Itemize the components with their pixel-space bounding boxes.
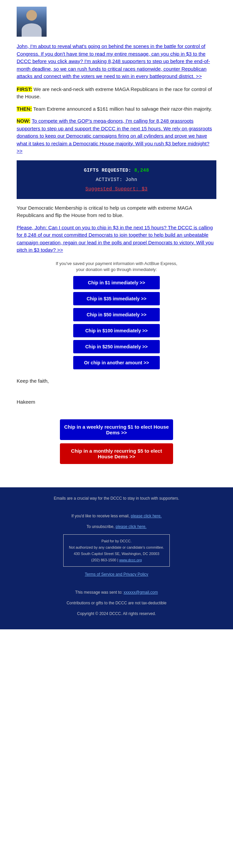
outro: Keep the faith, Hakeem bbox=[16, 377, 217, 406]
unsubscribe-link[interactable]: please click here. bbox=[115, 524, 146, 529]
paid-line1: Paid for by DCCC. bbox=[69, 538, 164, 544]
first-paragraph: FIRST: We are neck-and-neck with extreme… bbox=[16, 86, 217, 101]
keep-faith: Keep the faith, bbox=[16, 377, 217, 385]
recurring-monthly-button[interactable]: Chip in a monthly recurring $5 to elect … bbox=[60, 443, 173, 464]
suggested-support-link[interactable]: Suggested Support: $3 bbox=[86, 186, 148, 192]
dccc-website-link[interactable]: www.dccc.org bbox=[119, 558, 142, 562]
chip-50-button[interactable]: Chip in $50 immediately >> bbox=[73, 308, 160, 321]
footer-line1: Emails are a crucial way for the DCCC to… bbox=[13, 495, 220, 501]
suggested-row: Suggested Support: $3 bbox=[23, 184, 210, 194]
first-text: We are neck-and-neck with extreme MAGA R… bbox=[16, 86, 212, 100]
paid-line3: 430 South Capitol Street SE, Washington,… bbox=[69, 551, 164, 557]
activist-label: ACTIVIST: bbox=[96, 177, 123, 182]
footer-unsub: To unsubscribe, please click here. bbox=[13, 524, 220, 530]
gifts-row: GIFTS REQUESTED: 8,248 bbox=[23, 166, 210, 175]
footer-less-email: If you'd like to receive less email, ple… bbox=[13, 513, 220, 519]
actblue-note: If you've saved your payment information… bbox=[16, 261, 217, 273]
contributions-note: Contributions or gifts to the DCCC are n… bbox=[13, 600, 220, 606]
then-text: Team Extreme announced a $161 million ha… bbox=[32, 106, 212, 112]
sent-to-email[interactable]: xxxxxx@gmail.com bbox=[124, 590, 158, 595]
then-paragraph: THEN: Team Extreme announced a $161 mill… bbox=[16, 105, 217, 113]
tos-link[interactable]: Terms of Service and Privacy Policy bbox=[85, 572, 148, 577]
copyright: Copyright © 2024 DCCC. All rights reserv… bbox=[13, 611, 220, 617]
now-label: NOW: bbox=[16, 118, 30, 124]
now-link[interactable]: To compete with the GOP's mega-donors, I… bbox=[16, 118, 212, 154]
chip-35-button[interactable]: Chip in $35 immediately >> bbox=[73, 292, 160, 305]
activist-row: ACTIVIST: John bbox=[23, 175, 210, 184]
chip-1-button[interactable]: Chip in $1 immediately >> bbox=[73, 276, 160, 289]
email-footer: Emails are a crucial way for the DCCC to… bbox=[0, 487, 233, 629]
gifts-count: 8,248 bbox=[134, 168, 149, 173]
membership-paragraph: Your Democratic Membership is critical t… bbox=[16, 204, 217, 219]
first-label: FIRST: bbox=[16, 86, 32, 92]
chip-250-button[interactable]: Chip in $250 immediately >> bbox=[73, 340, 160, 353]
activist-name-val: John bbox=[126, 177, 137, 182]
intro-link[interactable]: John, I'm about to reveal what's going o… bbox=[16, 43, 217, 80]
paid-box: Paid for by DCCC. Not authorized by any … bbox=[63, 534, 170, 567]
paid-line2: Not authorized by any candidate or candi… bbox=[69, 544, 164, 551]
avatar bbox=[16, 7, 46, 37]
recurring-weekly-button[interactable]: Chip in a weekly recurring $1 to elect H… bbox=[60, 419, 173, 440]
signature: Hakeem bbox=[16, 398, 217, 406]
please-link[interactable]: Please, John: Can I count on you to chip… bbox=[16, 225, 214, 253]
chip-other-button[interactable]: Or chip in another amount >> bbox=[73, 356, 160, 369]
sent-to: This message was sent to: xxxxxx@gmail.c… bbox=[13, 589, 220, 595]
less-email-link[interactable]: please click here. bbox=[131, 514, 162, 518]
now-paragraph: NOW: To compete with the GOP's mega-dono… bbox=[16, 117, 217, 155]
chip-100-button[interactable]: Chip in $100 immediately >> bbox=[73, 324, 160, 337]
then-label: THEN: bbox=[16, 106, 32, 112]
email-body: John, I'm about to reveal what's going o… bbox=[0, 0, 233, 477]
paid-line4: (202) 863-1500 | www.dccc.org bbox=[69, 557, 164, 563]
recurring-section: Chip in a weekly recurring $1 to elect H… bbox=[16, 419, 217, 464]
donate-section: If you've saved your payment information… bbox=[16, 261, 217, 369]
info-box: GIFTS REQUESTED: 8,248 ACTIVIST: John Su… bbox=[16, 160, 217, 199]
gifts-label: GIFTS REQUESTED: bbox=[84, 168, 131, 173]
